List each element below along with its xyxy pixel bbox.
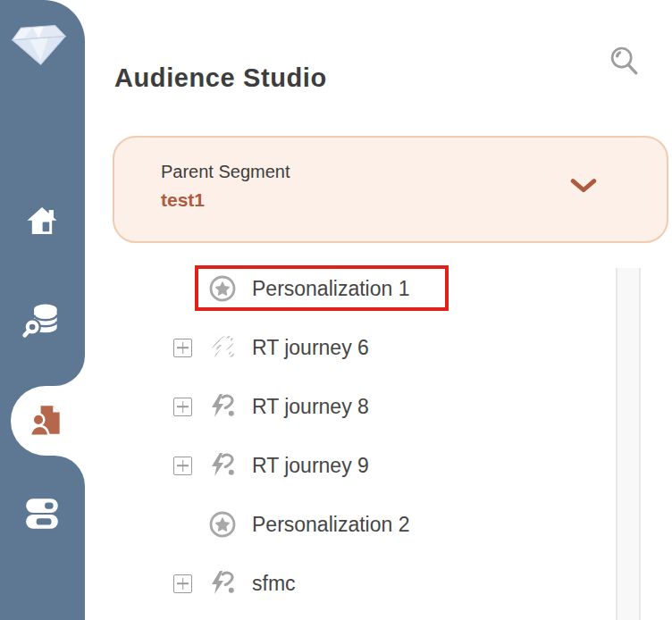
parent-segment-dropdown[interactable]: Parent Segment test1 (113, 136, 668, 243)
tree-item-label: Personalization 1 (252, 277, 409, 301)
tree-item-label: sfmc (252, 572, 296, 596)
database-wrench-icon[interactable] (21, 300, 63, 341)
segment-tree: Personalization 1 RT journey 6 (85, 259, 616, 613)
tree-item-label: Personalization 2 (252, 513, 409, 537)
expand-plus-icon[interactable] (173, 574, 192, 593)
tree-item[interactable]: RT journey 6 (85, 318, 616, 377)
home-icon[interactable] (24, 204, 60, 239)
personalization-star-icon (208, 510, 237, 539)
notch-fillet-top (55, 356, 85, 386)
gem-logo-icon (7, 19, 71, 71)
tree-item[interactable]: sfmc (85, 554, 616, 613)
journey-icon (208, 569, 237, 598)
tree-item-label: RT journey 8 (252, 395, 369, 419)
sidebar-nav (0, 0, 85, 620)
parent-segment-value: test1 (161, 189, 205, 211)
main-panel: Audience Studio Parent Segment test1 (85, 0, 672, 620)
tree-item-label: RT journey 6 (252, 336, 369, 360)
tree-item[interactable]: RT journey 9 (85, 436, 616, 495)
personalization-star-icon (208, 274, 237, 303)
audience-studio-screen: Audience Studio Parent Segment test1 (0, 0, 672, 620)
notch-fillet-bottom (55, 456, 85, 486)
journey-icon (208, 451, 237, 480)
expand-plus-icon[interactable] (173, 339, 192, 357)
page-title: Audience Studio (114, 63, 327, 93)
journey-icon (208, 333, 237, 362)
toggles-icon[interactable] (23, 495, 61, 532)
tree-item-label: RT journey 9 (252, 454, 369, 478)
parent-segment-label: Parent Segment (161, 162, 290, 182)
tree-item[interactable]: Personalization 1 (85, 259, 616, 318)
expand-plus-icon[interactable] (173, 457, 192, 475)
search-icon[interactable] (606, 41, 643, 82)
chevron-down-icon[interactable] (570, 177, 597, 197)
tree-item[interactable]: Personalization 2 (85, 495, 616, 554)
tree-scrollbar[interactable] (616, 268, 641, 620)
expand-plus-icon[interactable] (173, 398, 192, 416)
tree-item[interactable]: RT journey 8 (85, 377, 616, 436)
journey-icon (208, 392, 237, 421)
person-document-icon[interactable] (29, 403, 66, 440)
